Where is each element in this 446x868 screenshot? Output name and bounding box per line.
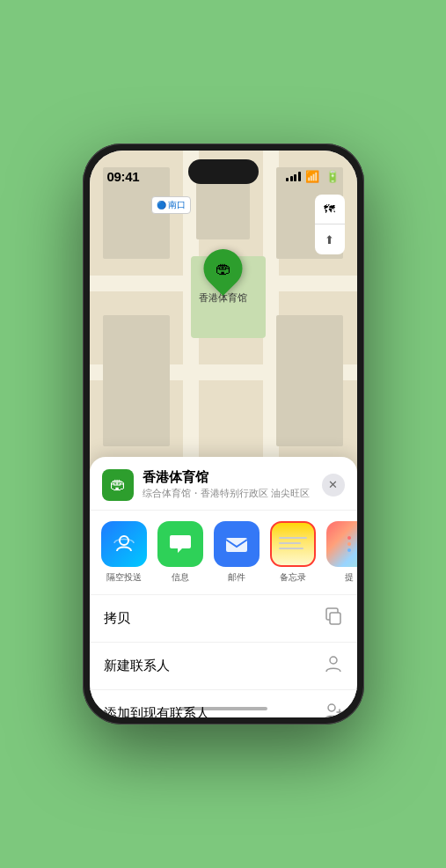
svg-rect-2 [330,613,340,624]
map-building [103,315,170,446]
share-airdrop[interactable]: 隔空投送 [99,521,150,584]
venue-icon-emoji: 🏟 [110,475,126,494]
sheet-header: 🏟 香港体育馆 综合体育馆・香港特别行政区 油尖旺区 ✕ [90,457,357,511]
pin-circle: 🏟 [195,241,250,296]
home-indicator [179,707,267,710]
svg-point-0 [120,536,128,545]
pin-emoji: 🏟 [216,260,231,278]
mail-label: 邮件 [228,571,245,584]
wifi-icon: 📶 [305,170,319,183]
map-label: 🔵 南口 [151,196,192,214]
action-new-contact-label: 新建联系人 [104,658,170,674]
phone-frame: 09:41 📶 🔋 [83,143,364,725]
person-icon [324,654,343,678]
messages-label: 信息 [172,571,189,584]
svg-rect-1 [226,538,247,552]
notes-icon-wrap [270,521,316,567]
airdrop-icon-wrap [101,521,147,567]
dynamic-island [188,159,259,184]
person-add-icon [324,702,343,717]
close-icon: ✕ [328,478,338,491]
venue-icon: 🏟 [102,469,134,501]
svg-point-4 [328,704,335,711]
map-label-text: 南口 [168,200,186,210]
action-add-existing[interactable]: 添加到现有联系人 [90,690,357,717]
more-label: 提 [345,571,354,584]
action-copy[interactable]: 拷贝 [90,595,357,643]
venue-desc: 综合体育馆・香港特别行政区 油尖旺区 [143,487,322,500]
close-button[interactable]: ✕ [322,474,345,497]
battery-icon: 🔋 [325,170,340,183]
share-mail[interactable]: 邮件 [211,521,262,584]
map-icon: 🗺 [324,202,335,216]
messages-icon-wrap [157,521,203,567]
venue-name: 香港体育馆 [143,469,322,486]
mail-icon [223,531,250,557]
status-icons: 📶 🔋 [286,170,340,183]
signal-icon [286,172,301,181]
more-icon-wrap [326,521,357,567]
airdrop-label: 隔空投送 [106,571,142,584]
share-messages[interactable]: 信息 [155,521,206,584]
status-time: 09:41 [107,169,140,184]
venue-info: 香港体育馆 综合体育馆・香港特别行政区 油尖旺区 [143,469,322,500]
airdrop-icon [112,532,136,556]
mail-icon-wrap [214,521,260,567]
map-controls: 🗺 ⬆ [315,195,345,254]
action-copy-label: 拷贝 [104,610,130,627]
messages-icon [167,531,194,557]
map-building [276,315,343,446]
share-notes[interactable]: 备忘录 [267,521,318,584]
location-pin: 🏟 香港体育馆 [199,249,247,305]
map-type-button[interactable]: 🗺 [315,195,345,224]
copy-icon [324,607,343,630]
action-new-contact[interactable]: 新建联系人 [90,643,357,690]
more-dots [344,533,355,555]
notes-lines [279,537,307,553]
phone-screen: 09:41 📶 🔋 [90,151,357,717]
map-area: 🔵 南口 🗺 ⬆ 🏟 香港体育馆 [90,151,357,480]
svg-point-3 [330,657,337,664]
location-arrow-icon: ⬆ [325,233,334,246]
share-row: 隔空投送 信息 [90,511,357,595]
location-button[interactable]: ⬆ [315,224,345,254]
share-more[interactable]: 提 [324,521,357,584]
notes-label: 备忘录 [280,571,306,584]
bottom-sheet: 🏟 香港体育馆 综合体育馆・香港特别行政区 油尖旺区 ✕ [90,457,357,717]
